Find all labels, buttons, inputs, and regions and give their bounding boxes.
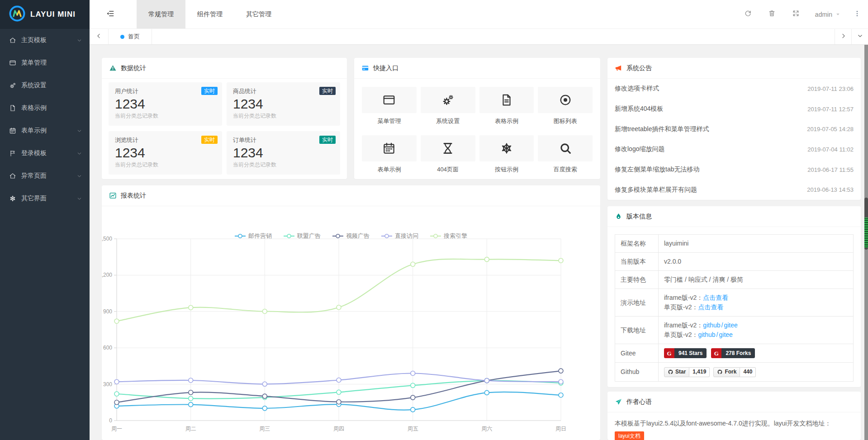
tabs-scroll-right-button[interactable]: [835, 29, 851, 44]
panel-quick-entry: 快捷入口 菜单管理 系统设置 表格示例 图标列表 表单示例 404页面 按钮示例…: [354, 58, 600, 179]
notice-item-2[interactable]: 新增treetable插件和菜单管理样式 2019-07-05 14:28: [615, 119, 854, 139]
chevron-down-icon: [76, 173, 82, 179]
top-nav-item-0[interactable]: 常规管理: [137, 0, 185, 28]
notice-date: 2019-07-11 12:57: [807, 106, 854, 113]
notice-text: 修复多模块菜单栏展开有问题: [615, 186, 697, 194]
quick-entry-4[interactable]: 表单示例: [362, 135, 417, 174]
top-nav-item-1[interactable]: 组件管理: [185, 0, 234, 28]
caret-down-icon: [835, 11, 841, 17]
stat-label: 用户统计: [115, 87, 216, 95]
sidebar-item-3[interactable]: 表格示例: [0, 97, 90, 119]
notice-date: 2019-07-05 14:28: [807, 126, 854, 132]
svg-text:周六: 周六: [481, 426, 492, 432]
header-actions: admin: [736, 0, 868, 28]
notice-item-1[interactable]: 新增系统404模板 2019-07-11 12:57: [615, 99, 854, 119]
version-row-4: 下载地址iframe版-v2：github/gitee单页版-v2：github…: [615, 317, 854, 344]
sidebar-item-1[interactable]: 菜单管理: [0, 52, 90, 74]
quick-entry-0[interactable]: 菜单管理: [362, 87, 417, 125]
quick-entry-2[interactable]: 表格示例: [479, 87, 534, 125]
github-icon: [717, 369, 723, 375]
panel-data-stats: 数据统计 用户统计 1234 当前分类总记录数 实时 商品统计 1234 当前分…: [102, 58, 347, 179]
stat-card-0[interactable]: 用户统计 1234 当前分类总记录数 实时: [109, 82, 222, 126]
link-github[interactable]: github: [698, 331, 715, 338]
panel-report-chart-header: 报表统计: [102, 185, 600, 206]
panel-title: 快捷入口: [373, 64, 398, 72]
flag-icon: [9, 150, 17, 157]
panel-version-info-header: 版本信息: [607, 206, 861, 227]
quick-entry-label: 按钮示例: [479, 166, 534, 174]
refresh-button[interactable]: [736, 9, 760, 19]
quick-entry-7[interactable]: 百度搜索: [538, 135, 593, 174]
link-gitee[interactable]: gitee: [724, 322, 737, 329]
page-scrollbar[interactable]: [864, 45, 868, 440]
scrollbar-thumb[interactable]: [864, 198, 868, 250]
gitee-badge[interactable]: G278 Forks: [711, 348, 755, 358]
link-github[interactable]: github: [703, 322, 720, 329]
version-row-0: 框架名称layuimini: [615, 235, 854, 253]
notice-item-0[interactable]: 修改选项卡样式 2019-07-11 23:06: [615, 79, 854, 99]
gitee-badge[interactable]: G941 Stars: [664, 348, 707, 358]
user-dropdown[interactable]: admin: [808, 11, 848, 18]
app-logo[interactable]: LAYUI MINI: [0, 0, 90, 29]
sidebar-item-0[interactable]: 主页模板: [0, 29, 90, 52]
sidebar-item-5[interactable]: 登录模板: [0, 142, 90, 165]
stat-card-1[interactable]: 商品统计 1234 当前分类总记录数 实时: [227, 82, 340, 126]
tabs-scroll-left-button[interactable]: [90, 29, 109, 44]
stat-value: 1234: [115, 95, 216, 112]
github-shield[interactable]: Fork440: [713, 367, 756, 377]
panel-title: 数据统计: [121, 64, 146, 72]
layui-doc-badge[interactable]: layui文档: [615, 431, 644, 440]
menu-collapse-button[interactable]: [90, 0, 128, 28]
svg-text:300: 300: [103, 381, 112, 388]
notice-item-4[interactable]: 修复左侧菜单缩放tab无法移动 2019-06-17 11:55: [615, 160, 854, 180]
fullscreen-button[interactable]: [784, 9, 808, 19]
notice-item-3[interactable]: 修改logo缩放问题 2019-07-04 11:02: [615, 139, 854, 160]
version-value: layuimini: [664, 240, 688, 247]
sidebar-item-label: 表格示例: [21, 104, 47, 112]
quick-entry-1[interactable]: 系统设置: [421, 87, 475, 125]
svg-text:周五: 周五: [408, 426, 418, 432]
top-header: 常规管理组件管理其它管理 admin: [90, 0, 868, 29]
link-点击查看[interactable]: 点击查看: [703, 294, 728, 301]
stat-card-2[interactable]: 浏览统计 1234 当前分类总记录数 实时: [109, 131, 222, 175]
stat-label: 订单统计: [233, 136, 334, 144]
top-nav-item-2[interactable]: 其它管理: [234, 0, 283, 28]
sidebar-item-label: 菜单管理: [21, 59, 47, 67]
quick-entry-3[interactable]: 图标列表: [538, 87, 593, 125]
stat-caption: 当前分类总记录数: [233, 161, 334, 169]
line-chart[interactable]: 邮件营销 联盟广告 视频广告 直接访问: [102, 206, 600, 440]
link-点击查看[interactable]: 点击查看: [698, 303, 723, 311]
notice-date: 2019-07-11 23:06: [807, 85, 854, 92]
stat-card-3[interactable]: 订单统计 1234 当前分类总记录数 实时: [227, 131, 340, 175]
sidebar-item-7[interactable]: 其它界面: [0, 187, 90, 210]
quick-entry-5[interactable]: 404页面: [421, 135, 475, 174]
version-value: 零门槛 / 响应式 / 清爽 / 极简: [664, 276, 743, 283]
stat-value: 1234: [233, 95, 334, 112]
notice-text: 修复左侧菜单缩放tab无法移动: [615, 166, 699, 174]
home-icon: [9, 172, 17, 180]
tabs-menu-button[interactable]: [851, 29, 868, 44]
more-dots-icon: [854, 10, 861, 19]
sidebar-item-6[interactable]: 异常页面: [0, 165, 90, 187]
sidebar-item-label: 表单示例: [21, 127, 47, 135]
snowflake-icon: [9, 195, 17, 202]
tab-active-dot: [120, 35, 124, 39]
version-table: 框架名称layuimini当前版本v2.0.0主要特色零门槛 / 响应式 / 清…: [615, 234, 854, 382]
sidebar-item-2[interactable]: 系统设置: [0, 74, 90, 97]
window-icon: [9, 59, 17, 66]
sidebar-item-4[interactable]: 表单示例: [0, 119, 90, 142]
link-gitee[interactable]: gitee: [719, 331, 733, 338]
more-menu-button[interactable]: [848, 10, 868, 19]
github-shield[interactable]: Star1,419: [664, 367, 710, 377]
chevron-left-icon: [95, 33, 102, 41]
svg-text:900: 900: [103, 308, 112, 315]
tab-home[interactable]: 首页: [109, 29, 152, 44]
notice-date: 2019-06-13 14:53: [807, 186, 854, 193]
quick-entry-6[interactable]: 按钮示例: [479, 135, 534, 174]
stat-badge: 实时: [319, 87, 336, 95]
panel-report-chart: 报表统计 邮件营销 联盟广告 视频广告: [102, 185, 600, 440]
notice-item-5[interactable]: 修复多模块菜单栏展开有问题 2019-06-13 14:53: [615, 180, 854, 200]
card-icon: [361, 64, 369, 72]
quick-entry-label: 图标列表: [538, 117, 593, 125]
clear-cache-button[interactable]: [760, 9, 784, 19]
